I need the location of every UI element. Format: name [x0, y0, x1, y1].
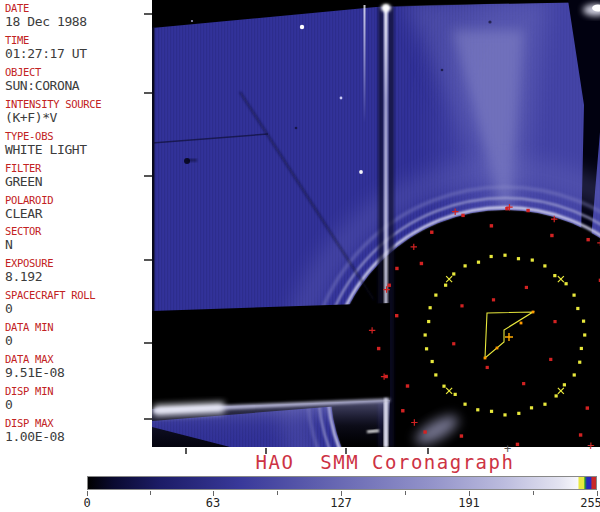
yellow-ring-dot	[564, 282, 567, 285]
left-edge-tick	[144, 175, 152, 177]
field-label: TIME	[5, 34, 152, 46]
field-value: 9.51E-08	[5, 365, 152, 380]
field-value: GREEN	[5, 174, 152, 189]
smm-coronagraph-display: DATE18 Dec 1988TIME01:27:17 UTOBJECTSUN:…	[0, 0, 600, 512]
yellow-ring-dot	[490, 255, 493, 258]
field-value: (K+F)*V	[5, 110, 152, 125]
field-value: 18 Dec 1988	[5, 14, 152, 29]
yellow-ring-dot	[431, 360, 434, 363]
red-ring-dot	[526, 209, 529, 212]
red-ring-dot	[377, 347, 380, 350]
yellow-ring-dot	[580, 347, 583, 350]
yellow-ring-dot	[442, 385, 445, 388]
yellow-ring-dot	[463, 403, 466, 406]
left-edge-tick	[144, 92, 152, 94]
colorbar-tick-label: 63	[206, 496, 220, 510]
red-ring-dot	[586, 406, 589, 409]
polygon-vertex-dot	[520, 322, 523, 325]
yellow-ring-dot	[553, 274, 556, 277]
field-label: SECTOR	[5, 225, 152, 237]
yellow-ring-dot	[572, 294, 575, 297]
yellow-ring-dot	[427, 320, 430, 323]
metadata-field: DISP MIN0	[0, 383, 152, 415]
yellow-ring-dot	[429, 306, 432, 309]
metadata-field: OBJECTSUN:CORONA	[0, 64, 152, 96]
metadata-field: EXPOSURE8.192	[0, 255, 152, 287]
metadata-field: POLAROIDCLEAR	[0, 192, 152, 224]
field-value: 01:27:17 UT	[5, 46, 152, 61]
metadata-sidebar: DATE18 Dec 1988TIME01:27:17 UTOBJECTSUN:…	[0, 0, 152, 447]
intensity-colorbar	[87, 476, 597, 490]
field-value: WHITE LIGHT	[5, 142, 152, 157]
yellow-ring-dot	[576, 307, 579, 310]
red-ring-dot	[586, 238, 589, 241]
metadata-field: DISP MAX1.00E-08	[0, 415, 152, 447]
colorbar-tick-label: 191	[458, 496, 480, 510]
image-title: HAO SMM Coronagraph	[152, 451, 600, 475]
yellow-ring-dot	[578, 361, 581, 364]
polygon-vertex-dot	[484, 357, 487, 360]
yellow-ring-dot	[582, 320, 585, 323]
colorbar-minor-tick	[533, 491, 534, 495]
field-value: SUN:CORONA	[5, 78, 152, 93]
colorbar-minor-tick	[405, 491, 406, 495]
colorbar-tick-label: 127	[330, 496, 352, 510]
metadata-field: FILTERGREEN	[0, 160, 152, 192]
colorbar-tick-label: 255	[580, 496, 600, 510]
red-ring-dot	[406, 384, 409, 387]
metadata-field: SPACECRAFT ROLL0	[0, 287, 152, 319]
yellow-ring-dot	[555, 394, 558, 397]
yellow-ring-dot	[477, 261, 480, 264]
metadata-field: TYPE-OBSWHITE LIGHT	[0, 128, 152, 160]
inner-red-scatter-dot	[549, 358, 552, 361]
yellow-ring-dot	[517, 257, 520, 260]
field-label: DISP MIN	[5, 385, 152, 397]
left-edge-tick	[144, 13, 152, 15]
field-label: DISP MAX	[5, 417, 152, 429]
red-ring-dot	[550, 234, 553, 237]
yellow-ring-dot	[434, 373, 437, 376]
polygon-vertex-dot	[496, 347, 499, 350]
red-ring-dot	[430, 231, 433, 234]
edge-plus-mark: +	[587, 441, 594, 451]
inner-red-scatter-dot	[553, 320, 556, 323]
yellow-ring-dot	[531, 258, 534, 261]
red-ring-dot	[579, 433, 582, 436]
metadata-field: DATA MIN0	[0, 319, 152, 351]
field-label: POLAROID	[5, 194, 152, 206]
red-ring-dot	[516, 443, 519, 446]
inner-red-scatter-dot	[492, 298, 495, 301]
field-value: 0	[5, 301, 152, 316]
field-value: 8.192	[5, 269, 152, 284]
red-ring-dot	[490, 224, 493, 227]
polygon-vertex-dot	[532, 311, 535, 314]
yellow-ring-dot	[454, 393, 457, 396]
yellow-ring-dot	[517, 412, 520, 415]
field-label: SPACECRAFT ROLL	[5, 289, 152, 301]
field-value: N	[5, 237, 152, 252]
field-label: OBJECT	[5, 66, 152, 78]
field-label: INTENSITY SOURCE	[5, 98, 152, 110]
yellow-ring-dot	[543, 403, 546, 406]
field-value: 0	[5, 397, 152, 412]
coronagraph-image-viewer[interactable]	[152, 0, 600, 447]
red-ring-dot	[401, 409, 404, 412]
inner-red-scatter-dot	[460, 304, 463, 307]
coronagraph-image	[152, 0, 600, 447]
colorbar-minor-tick	[150, 491, 151, 495]
yellow-ring-dot	[424, 333, 427, 336]
inner-red-scatter-dot	[452, 342, 455, 345]
red-ring-dot	[460, 434, 463, 437]
metadata-field: INTENSITY SOURCE(K+F)*V	[0, 96, 152, 128]
yellow-ring-dot	[563, 383, 566, 386]
colorbar-minor-tick	[277, 491, 278, 495]
red-ring-dot	[395, 267, 398, 270]
metadata-field: SECTORN	[0, 223, 152, 255]
red-ring-dot	[395, 314, 398, 317]
yellow-ring-dot	[434, 293, 437, 296]
red-ring-dot	[420, 262, 423, 265]
red-ring-dot	[423, 430, 426, 433]
yellow-ring-dot	[543, 264, 546, 267]
yellow-ring-dot	[476, 408, 479, 411]
inner-red-scatter-dot	[522, 382, 525, 385]
